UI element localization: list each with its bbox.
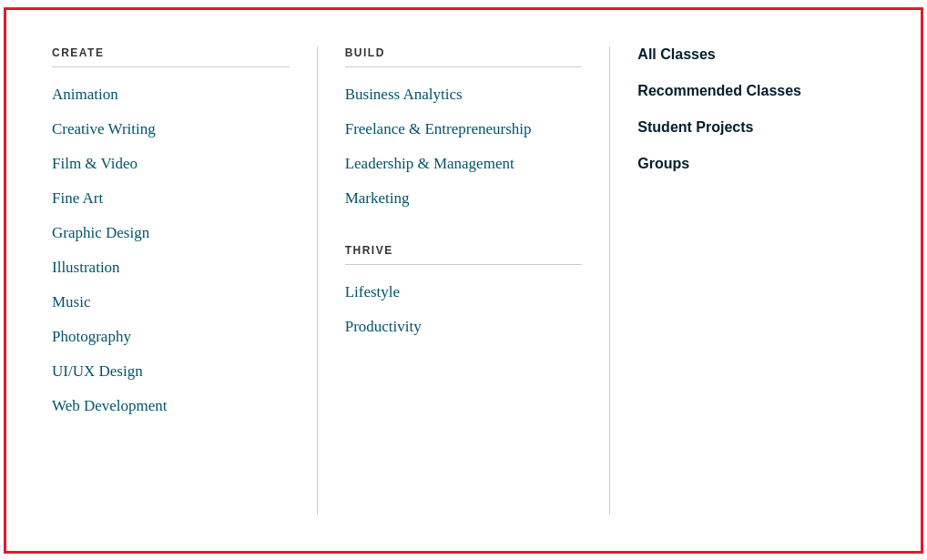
nav-item-groups[interactable]: Groups (637, 156, 875, 172)
nav-item-leadership-management[interactable]: Leadership & Management (345, 155, 583, 173)
nav-item-film-video[interactable]: Film & Video (52, 155, 290, 173)
create-column: CREATE Animation Creative Writing Film &… (34, 46, 308, 514)
nav-item-freelance-entrepreneurship[interactable]: Freelance & Entrepreneurship (345, 120, 583, 138)
nav-item-illustration[interactable]: Illustration (52, 259, 290, 277)
nav-item-student-projects[interactable]: Student Projects (637, 119, 875, 136)
divider-1 (317, 46, 318, 514)
build-thrive-column: BUILD Business Analytics Freelance & Ent… (327, 46, 601, 514)
divider-2 (609, 46, 610, 514)
nav-item-lifestyle[interactable]: Lifestyle (345, 283, 583, 301)
nav-item-recommended-classes[interactable]: Recommended Classes (637, 83, 875, 99)
nav-item-web-development[interactable]: Web Development (52, 397, 290, 415)
build-header: BUILD (345, 46, 583, 67)
navigation-menu: CREATE Animation Creative Writing Film &… (4, 7, 923, 554)
nav-item-music[interactable]: Music (52, 293, 290, 311)
create-header: CREATE (52, 46, 290, 67)
nav-item-productivity[interactable]: Productivity (345, 318, 583, 336)
thrive-section: THRIVE Lifestyle Productivity (345, 244, 583, 336)
nav-item-fine-art[interactable]: Fine Art (52, 189, 290, 208)
nav-item-animation[interactable]: Animation (52, 86, 290, 104)
nav-item-uiux-design[interactable]: UI/UX Design (52, 362, 290, 381)
nav-item-creative-writing[interactable]: Creative Writing (52, 120, 290, 138)
nav-item-graphic-design[interactable]: Graphic Design (52, 224, 290, 242)
nav-item-photography[interactable]: Photography (52, 328, 290, 346)
nav-item-marketing[interactable]: Marketing (345, 189, 583, 208)
explore-column: All Classes Recommended Classes Student … (619, 46, 893, 514)
nav-item-business-analytics[interactable]: Business Analytics (345, 86, 583, 104)
nav-item-all-classes[interactable]: All Classes (637, 46, 875, 63)
thrive-header: THRIVE (345, 244, 583, 265)
